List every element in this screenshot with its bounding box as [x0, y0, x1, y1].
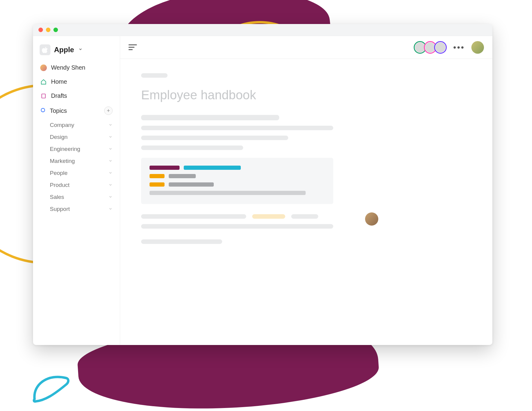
topic-label: Marketing	[50, 158, 75, 164]
topic-label: Company	[50, 122, 74, 128]
sidebar-item-label: Topics	[50, 107, 67, 114]
chevron-down-icon	[108, 134, 113, 140]
ellipsis-icon: •••	[453, 43, 465, 52]
code-token	[169, 174, 196, 178]
placeholder-line	[141, 115, 279, 120]
chevron-down-icon	[108, 194, 113, 200]
topic-label: Product	[50, 182, 69, 188]
sidebar-topic-marketing[interactable]: Marketing	[49, 155, 114, 167]
document-topbar: •••	[120, 36, 492, 59]
chevron-down-icon	[108, 146, 113, 152]
code-line	[150, 174, 325, 178]
more-options-button[interactable]: •••	[452, 43, 467, 52]
app-window: Apple Wendy Shen Home Drafts	[33, 24, 492, 345]
code-token-number	[150, 174, 165, 178]
document-title: Employee handbook	[141, 88, 351, 102]
code-line	[150, 166, 325, 170]
chevron-down-icon	[108, 158, 113, 164]
sidebar-topic-product[interactable]: Product	[49, 179, 114, 191]
workspace-switcher[interactable]: Apple	[38, 43, 114, 60]
current-user-avatar[interactable]	[471, 41, 484, 54]
sidebar-topic-people[interactable]: People	[49, 167, 114, 179]
avatar-icon	[425, 42, 435, 52]
apple-logo-icon	[40, 44, 50, 55]
sidebar-topic-engineering[interactable]: Engineering	[49, 143, 114, 155]
placeholder-line	[141, 126, 333, 130]
code-line	[150, 182, 325, 187]
comment-avatar[interactable]	[365, 212, 378, 226]
add-topic-button[interactable]: +	[104, 106, 113, 115]
sidebar-item-label: Drafts	[51, 92, 67, 99]
user-avatar-icon	[40, 64, 47, 71]
sidebar-item-home[interactable]: Home	[38, 75, 114, 88]
presence-avatar-3[interactable]	[434, 41, 447, 54]
document-code-block	[141, 158, 333, 204]
placeholder-line	[141, 214, 246, 219]
home-icon	[40, 79, 47, 85]
topics-icon	[40, 107, 46, 114]
window-close-button[interactable]	[38, 28, 43, 32]
code-token-keyword	[150, 166, 180, 170]
placeholder-breadcrumb	[141, 73, 168, 78]
sidebar: Apple Wendy Shen Home Drafts	[33, 36, 120, 345]
window-zoom-button[interactable]	[53, 28, 58, 32]
sidebar-topic-company[interactable]: Company	[49, 119, 114, 131]
topic-label: Support	[50, 206, 70, 212]
topic-label: People	[50, 170, 68, 176]
chevron-down-icon	[78, 47, 83, 52]
topic-label: Design	[50, 134, 68, 140]
topic-label: Engineering	[50, 146, 80, 152]
sidebar-item-label: Home	[51, 78, 67, 85]
avatar-icon	[415, 42, 425, 52]
plus-icon: +	[107, 108, 110, 114]
sidebar-item-topics[interactable]: Topics +	[38, 104, 114, 118]
chevron-down-icon	[108, 122, 113, 128]
placeholder-line	[291, 214, 318, 219]
sidebar-user-label: Wendy Shen	[51, 64, 85, 71]
main-column: ••• Employee handbook	[120, 36, 492, 345]
sidebar-user[interactable]: Wendy Shen	[38, 61, 114, 74]
presence-avatars	[414, 41, 447, 54]
code-token	[150, 191, 306, 195]
svg-rect-0	[42, 94, 45, 98]
placeholder-line	[141, 136, 288, 140]
code-token-string	[184, 166, 241, 170]
topbar-right: •••	[414, 41, 484, 54]
placeholder-line	[141, 239, 222, 244]
sidebar-topic-sales[interactable]: Sales	[49, 191, 114, 203]
drafts-icon	[40, 93, 47, 99]
sidebar-topic-support[interactable]: Support	[49, 203, 114, 215]
window-minimize-button[interactable]	[46, 28, 50, 32]
chevron-down-icon	[108, 206, 113, 212]
app-body: Apple Wendy Shen Home Drafts	[33, 36, 492, 345]
menu-toggle-button[interactable]	[128, 44, 137, 50]
avatar-icon	[435, 42, 446, 52]
code-token-number	[150, 182, 165, 187]
document-canvas[interactable]: Employee handbook	[120, 59, 492, 345]
workspace-name: Apple	[54, 46, 74, 54]
placeholder-paragraph	[141, 214, 351, 249]
placeholder-line	[141, 224, 333, 229]
topics-list: Company Design Engineering Marketing Peo…	[49, 119, 114, 215]
chevron-down-icon	[108, 170, 113, 176]
svg-point-1	[41, 108, 45, 112]
placeholder-line	[141, 146, 243, 150]
sidebar-topic-design[interactable]: Design	[49, 131, 114, 143]
window-titlebar	[33, 24, 492, 36]
code-line	[150, 191, 325, 195]
topic-label: Sales	[50, 194, 64, 200]
code-token	[169, 182, 214, 187]
chevron-down-icon	[108, 182, 113, 188]
decor-blob-blue-bottom-left	[30, 369, 72, 405]
placeholder-highlight	[252, 214, 285, 219]
sidebar-item-drafts[interactable]: Drafts	[38, 89, 114, 102]
